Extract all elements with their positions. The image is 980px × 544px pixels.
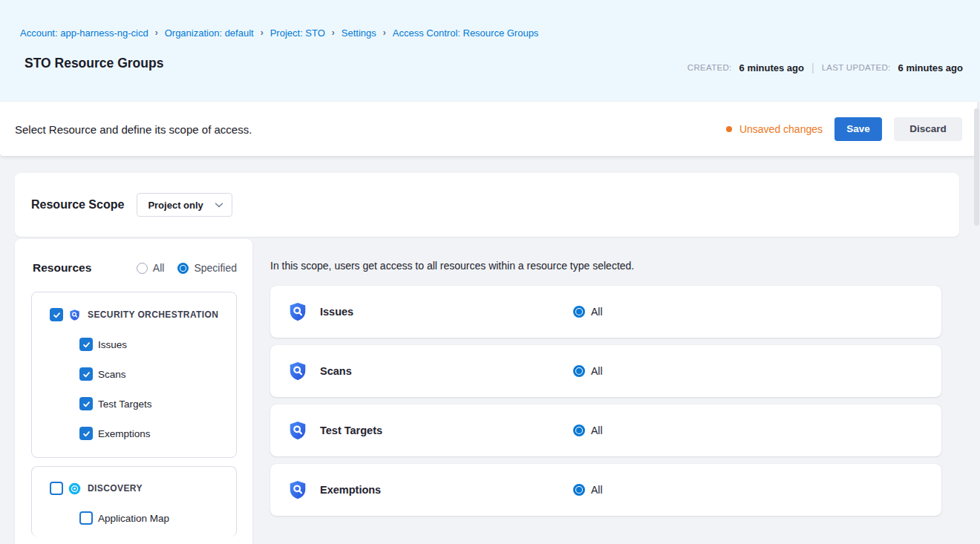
resources-panel-header: Resources All Specified <box>33 261 237 275</box>
resource-scope-selected-value: Project only <box>148 200 203 211</box>
label-issues[interactable]: Issues <box>98 339 127 350</box>
row-label-issues: Issues <box>320 306 573 318</box>
check-icon <box>82 400 91 408</box>
resource-scope-dropdown[interactable]: Project only <box>137 193 232 217</box>
radio-all-label[interactable]: All <box>153 262 165 274</box>
chevron-right-icon: › <box>155 27 158 38</box>
resource-row-exemptions: Exemptions All <box>270 464 941 516</box>
resource-row-test-targets: Test Targets All <box>270 404 941 456</box>
row-label-exemptions: Exemptions <box>320 484 573 496</box>
unsaved-changes-label: Unsaved changes <box>739 123 823 135</box>
label-scans[interactable]: Scans <box>98 369 126 380</box>
created-value: 6 minutes ago <box>739 62 804 73</box>
radio-specified-label[interactable]: Specified <box>194 262 237 274</box>
checkbox-exemptions[interactable] <box>79 427 93 440</box>
check-icon <box>82 430 91 438</box>
meta-divider: | <box>811 62 814 73</box>
chevron-right-icon: › <box>332 27 335 38</box>
sto-shield-icon <box>68 309 81 321</box>
label-test-targets[interactable]: Test Targets <box>98 399 152 410</box>
resource-scope-label: Resource Scope <box>31 198 124 212</box>
breadcrumb-settings[interactable]: Settings <box>342 27 376 39</box>
sto-shield-icon <box>287 301 308 322</box>
radio-all[interactable]: All <box>137 262 165 274</box>
checkbox-security-orchestration[interactable] <box>50 308 63 321</box>
radio-all-selected-icon[interactable] <box>573 306 585 318</box>
resource-scope-card: Resource Scope Project only <box>15 173 959 237</box>
label-exemptions[interactable]: Exemptions <box>98 428 151 439</box>
resource-item-test-targets: Test Targets <box>79 397 152 410</box>
check-icon <box>82 341 91 349</box>
resource-item-scans: Scans <box>79 367 126 381</box>
group-label-security-orchestration[interactable]: SECURITY ORCHESTRATION <box>88 309 218 320</box>
resource-item-application-map: Application Map <box>79 511 169 525</box>
page-title: STO Resource Groups <box>24 56 163 71</box>
created-label: CREATED: <box>687 63 732 72</box>
checkbox-application-map[interactable] <box>79 511 93 525</box>
radio-all-selected-icon[interactable] <box>573 425 585 436</box>
label-application-map[interactable]: Application Map <box>98 513 169 524</box>
resources-mode-radios: All Specified <box>137 262 237 274</box>
group-header-security-orchestration: SECURITY ORCHESTRATION <box>50 308 218 321</box>
row-access-label[interactable]: All <box>591 306 603 318</box>
breadcrumb-account[interactable]: Account: app-harness-ng-cicd <box>20 27 148 39</box>
resource-row-scans: Scans All <box>270 345 941 397</box>
last-updated-label: LAST UPDATED: <box>822 63 891 72</box>
last-updated-value: 6 minutes ago <box>898 62 963 73</box>
discard-button[interactable]: Discard <box>894 117 962 141</box>
resource-row-inner: Test Targets All <box>270 404 941 456</box>
checkbox-scans[interactable] <box>79 367 93 381</box>
sto-shield-icon <box>287 361 308 381</box>
check-icon <box>53 311 61 319</box>
breadcrumb-organization[interactable]: Organization: default <box>165 27 254 39</box>
check-icon <box>82 370 91 378</box>
resource-item-issues: Issues <box>79 338 127 351</box>
toolbar-actions: Unsaved changes Save Discard <box>726 117 962 141</box>
sto-shield-icon <box>287 479 308 500</box>
sto-shield-icon <box>287 420 308 441</box>
resource-groups-page: Account: app-harness-ng-cicd › Organizat… <box>0 0 980 544</box>
resource-row-inner: Issues All <box>270 286 941 338</box>
resource-item-exemptions: Exemptions <box>79 427 151 440</box>
breadcrumb: Account: app-harness-ng-cicd › Organizat… <box>20 27 538 39</box>
scope-info-text: In this scope, users get access to all r… <box>270 260 634 272</box>
breadcrumb-project[interactable]: Project: STO <box>270 27 325 39</box>
resources-panel: Resources All Specified <box>15 239 252 544</box>
chevron-right-icon: › <box>383 27 386 38</box>
page-header: Account: app-harness-ng-cicd › Organizat… <box>0 0 980 101</box>
row-access-issues[interactable]: All <box>573 306 603 318</box>
header-meta: CREATED: 6 minutes ago | LAST UPDATED: 6… <box>687 62 963 73</box>
radio-all-icon[interactable] <box>137 263 148 274</box>
chevron-right-icon: › <box>261 27 264 38</box>
radio-all-selected-icon[interactable] <box>573 365 585 377</box>
action-toolbar: Select Resource and define its scope of … <box>0 102 977 156</box>
row-access-test-targets[interactable]: All <box>573 425 603 436</box>
radio-specified[interactable]: Specified <box>177 262 237 274</box>
checkbox-test-targets[interactable] <box>79 397 93 410</box>
toolbar-description: Select Resource and define its scope of … <box>15 122 252 135</box>
checkbox-issues[interactable] <box>79 338 93 351</box>
row-label-test-targets: Test Targets <box>320 425 573 436</box>
group-label-discovery[interactable]: DISCOVERY <box>88 483 143 494</box>
unsaved-dot-icon <box>726 126 732 132</box>
resource-row-inner: Scans All <box>270 345 941 397</box>
row-access-label[interactable]: All <box>591 484 603 496</box>
save-button[interactable]: Save <box>834 117 882 141</box>
unsaved-changes-indicator: Unsaved changes <box>726 123 823 135</box>
row-access-label[interactable]: All <box>591 425 603 436</box>
vertical-scrollbar-thumb[interactable] <box>974 108 979 226</box>
group-security-orchestration: SECURITY ORCHESTRATION Issues Scans Test… <box>31 292 237 458</box>
radio-all-selected-icon[interactable] <box>573 484 585 496</box>
row-access-label[interactable]: All <box>591 365 603 377</box>
row-access-exemptions[interactable]: All <box>573 484 603 496</box>
group-header-discovery: DISCOVERY <box>50 482 143 495</box>
radio-specified-icon[interactable] <box>177 263 189 274</box>
chevron-down-icon <box>215 203 223 208</box>
breadcrumb-access-control[interactable]: Access Control: Resource Groups <box>393 27 539 39</box>
checkbox-discovery[interactable] <box>50 482 63 495</box>
group-discovery: DISCOVERY Application Map <box>31 466 237 537</box>
resource-row-inner: Exemptions All <box>270 464 941 516</box>
resource-scope-inner: Resource Scope Project only <box>15 173 959 237</box>
row-access-scans[interactable]: All <box>573 365 603 377</box>
row-label-scans: Scans <box>320 365 573 377</box>
